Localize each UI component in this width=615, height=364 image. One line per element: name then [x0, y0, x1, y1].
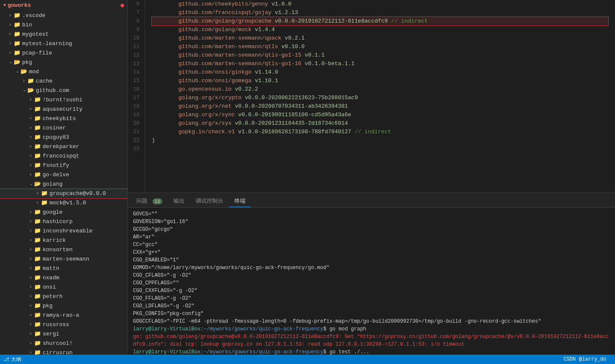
sidebar-item-label: .vscode	[22, 11, 46, 20]
content-area: 6 7 8 9 10 11 12 13 14 15 16 17 18 19 20…	[128, 0, 615, 355]
sidebar-item-vscode[interactable]: › 📁 .vscode	[0, 11, 127, 20]
sidebar-item-cosiner[interactable]: › 📁 cosiner	[0, 123, 127, 133]
folder-icon: 📁	[34, 105, 41, 114]
terminal-line: larry@larry-VirtualBox:~/myworks/goworks…	[133, 325, 610, 333]
folder-icon: 📁	[34, 302, 41, 310]
sidebar-item-shurcool[interactable]: › 📁 shurcool!	[0, 339, 127, 348]
sidebar-item-mattn[interactable]: › 📁 mattn	[0, 264, 127, 273]
terminal-line: CGO_CPPFLAGS=""	[133, 279, 610, 287]
arrow-icon: ›	[7, 30, 14, 39]
folder-icon: 📁	[34, 255, 41, 264]
arrow-icon: ›	[27, 96, 34, 104]
sidebar-item-peterh[interactable]: › 📁 peterh	[0, 292, 127, 301]
sidebar-item-nxadm[interactable]: › 📁 nxadm	[0, 273, 127, 283]
folder-icon: 📁	[27, 77, 34, 86]
sidebar-item-label: nxadm	[43, 274, 59, 282]
tab-problems[interactable]: 问题 11	[131, 195, 167, 207]
sidebar-item-russross[interactable]: › 📁 russross	[0, 320, 127, 330]
tab-output[interactable]: 输出	[168, 195, 190, 207]
branch-icon: ⎇	[3, 356, 9, 363]
problems-badge: 11	[153, 198, 162, 204]
sidebar-item-mod[interactable]: › 📂 mod	[0, 67, 127, 77]
sidebar-item-label: aquasecurity	[43, 105, 83, 114]
arrow-icon: ›	[27, 292, 34, 301]
sidebar-item-pkg[interactable]: › 📂 pkg	[0, 58, 127, 67]
sidebar-item-label: fsnotify	[43, 161, 69, 170]
sidebar-item-mytest-learning[interactable]: › 📁 mytest-learning	[0, 39, 127, 49]
sidebar-item-marten-seemann[interactable]: › 📁 marten-seemann	[0, 255, 127, 264]
sidebar-item-label: bin	[22, 21, 32, 29]
sidebar-item-label: !burnt!sushi	[43, 96, 83, 104]
terminal-line: GOGCCFLAGS="-fPIC -m64 -pthread -fmessag…	[133, 318, 610, 325]
sidebar-item-pcap-file[interactable]: › 📁 pcap-file	[0, 49, 127, 58]
sidebar-item-fsnotify[interactable]: › 📁 fsnotify	[0, 161, 127, 170]
sidebar-item-label: go-delve	[43, 171, 69, 179]
arrow-icon: ›	[13, 69, 21, 75]
sidebar-item-label: ramya-rao-a	[43, 311, 79, 320]
terminal-line: CGO_CXXFLAGS="-g -O2"	[133, 287, 610, 295]
line-numbers: 6 7 8 9 10 11 12 13 14 15 16 17 18 19 20…	[128, 0, 145, 192]
modified-dot	[121, 4, 124, 7]
panel-tabs: 问题 11 输出 调试控制台 终端	[128, 193, 615, 208]
sidebar-item-github-com[interactable]: › 📂 github.com	[0, 86, 127, 95]
sidebar-item-pkg2[interactable]: › 📁 pkg	[0, 301, 127, 311]
terminal-line: GCCGO="gccgo"	[133, 226, 610, 233]
sidebar-item-konsorten[interactable]: › 📁 konsorten	[0, 245, 127, 255]
folder-icon: 📁	[34, 218, 41, 226]
sidebar-item-label: github.com	[36, 86, 69, 95]
sidebar-item-ramya-rao-a[interactable]: › 📁 ramya-rao-a	[0, 311, 127, 320]
code-line-6: github.com/cheekybits/genny v1.0.0	[152, 0, 608, 9]
tab-terminal-label: 终端	[234, 198, 245, 204]
sidebar-item-golang[interactable]: › 📂 golang	[0, 180, 127, 189]
branch-name: 大纲	[11, 356, 21, 363]
terminal-line: CGO_ENABLED="1"	[133, 256, 610, 264]
sidebar-item-label: mytest-learning	[22, 40, 72, 48]
arrow-icon: ›	[26, 181, 35, 188]
sidebar-item-label: mock@v1.5.0	[49, 199, 86, 207]
sidebar-item-label: cosiner	[43, 124, 66, 132]
tab-debug-console[interactable]: 调试控制台	[191, 195, 228, 207]
sidebar-item-inconshreveable[interactable]: › 📁 inconshreveable	[0, 226, 127, 236]
sidebar-item-hashicorp[interactable]: › 📁 hashicorp	[0, 217, 127, 226]
folder-icon: 📁	[14, 40, 20, 48]
goworks-root[interactable]: ▼ goworks	[0, 0, 127, 11]
sidebar-item-mygotest[interactable]: › 📁 mygotest	[0, 30, 127, 39]
sidebar-item-cpuguy83[interactable]: › 📁 cpuguy83	[0, 133, 127, 142]
sidebar-item-google[interactable]: › 📁 google	[0, 208, 127, 217]
sidebar-item-label: mod	[29, 68, 39, 76]
code-line-9: github.com/golang/mock v1.4.4	[152, 26, 608, 34]
sidebar-item-bin[interactable]: › 📁 bin	[0, 20, 127, 30]
sidebar-item-burntSushi[interactable]: › 📁 !burnt!sushi	[0, 95, 127, 105]
arrow-icon: ›	[27, 133, 34, 142]
code-line-21: gopkg.in/check.v1 v1.0.0-20180628173108-…	[152, 128, 608, 136]
folder-icon: 📁	[34, 339, 41, 348]
sidebar-item-groupcache[interactable]: › 📁 groupcache@v0.0.0	[0, 189, 127, 198]
sidebar-item-cirrusrun[interactable]: › 📁 cirrusrun	[0, 348, 127, 355]
sidebar-item-sergi[interactable]: › 📁 sergi	[0, 330, 127, 339]
sidebar-item-derekparker[interactable]: › 📁 derekparker	[0, 142, 127, 152]
sidebar-item-karrick[interactable]: › 📁 karrick	[0, 236, 127, 245]
arrow-icon: ›	[27, 302, 34, 310]
code-line-22: )	[152, 136, 608, 145]
sidebar-item-label: sergi	[43, 330, 59, 338]
sidebar-item-aquasecurity[interactable]: › 📁 aquasecurity	[0, 105, 127, 114]
folder-icon: 📁	[41, 199, 48, 207]
sidebar-item-cheekybits[interactable]: › 📁 cheekybits	[0, 114, 127, 123]
sidebar-item-label: derekparker	[43, 143, 79, 151]
arrow-icon: ›	[7, 11, 14, 20]
terminal-line: CGO_FFLAGS="-g -O2"	[133, 295, 610, 302]
tab-terminal[interactable]: 终端	[229, 195, 251, 207]
arrow-icon: ›	[20, 87, 28, 94]
sidebar-item-go-delve[interactable]: › 📁 go-delve	[0, 170, 127, 180]
arrow-icon: ›	[27, 236, 34, 245]
sidebar-item-cache[interactable]: › 📁 cache	[0, 77, 127, 86]
sidebar-item-francoispqt[interactable]: › 📁 francoispqt	[0, 152, 127, 161]
arrow-icon: ›	[20, 77, 27, 86]
arrow-icon: ›	[27, 227, 34, 235]
sidebar-item-onsi[interactable]: › 📁 onsi	[0, 283, 127, 292]
arrow-icon: ›	[27, 161, 34, 170]
sidebar-item-mock[interactable]: › 📁 mock@v1.5.0	[0, 198, 127, 208]
status-right: CSDN @larry_do	[563, 356, 606, 362]
code-editor: 6 7 8 9 10 11 12 13 14 15 16 17 18 19 20…	[128, 0, 615, 193]
code-content: github.com/cheekybits/genny v1.0.0 githu…	[145, 0, 615, 192]
